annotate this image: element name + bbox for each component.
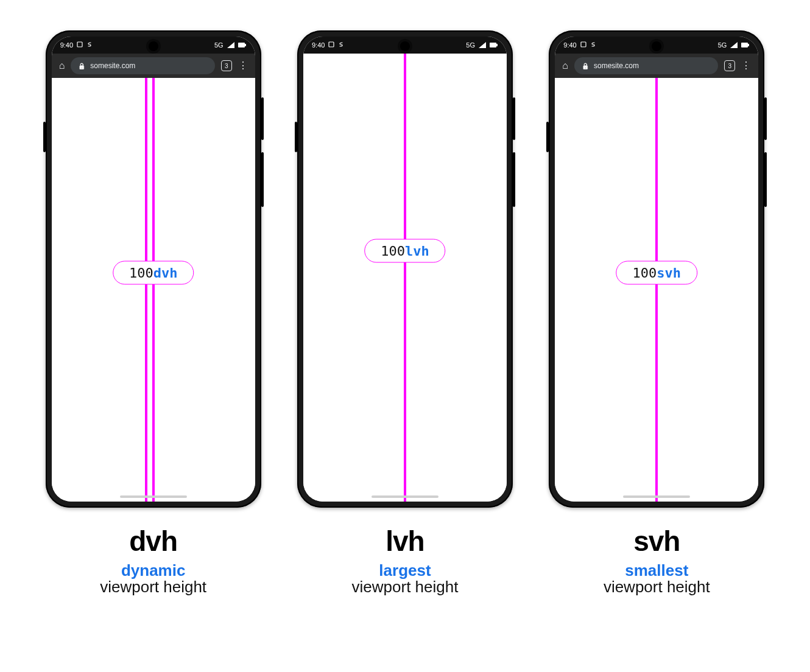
tab-switcher[interactable]: 3 xyxy=(724,60,735,71)
lock-icon xyxy=(78,61,85,70)
pill-unit: dvh xyxy=(153,265,178,281)
status-network: 5G xyxy=(214,41,224,49)
url-text: somesite.com xyxy=(90,61,135,70)
caption: lvhlargestviewport height xyxy=(352,525,459,597)
pill-number: 100 xyxy=(381,243,405,258)
caption: svhsmallestviewport height xyxy=(604,525,710,597)
pill-unit: lvh xyxy=(405,243,429,258)
gesture-bar xyxy=(623,495,690,498)
status-card-icon xyxy=(328,41,334,49)
url-field[interactable]: somesite.com xyxy=(574,57,718,74)
overflow-menu-icon[interactable]: ⋮ xyxy=(741,61,751,71)
viewport-example-dvh: 9:405Gsomesite.com3⋮100dvhdvhdynamicview… xyxy=(37,30,270,597)
browser-address-bar: somesite.com3⋮ xyxy=(555,54,758,78)
pill-number: 100 xyxy=(129,265,153,281)
battery-icon xyxy=(238,42,247,48)
page-content: 100svh xyxy=(555,78,758,502)
url-text: somesite.com xyxy=(594,61,639,70)
svg-rect-8 xyxy=(748,44,749,46)
url-field[interactable]: somesite.com xyxy=(71,57,214,74)
caption: dvhdynamicviewport height xyxy=(100,525,206,597)
signal-icon xyxy=(479,42,486,48)
phone-frame: 9:405Gsomesite.com3⋮100dvh xyxy=(46,30,261,508)
viewport-example-lvh: 9:405G100lvhlvhlargestviewport height xyxy=(288,30,521,597)
page-content: 100lvh xyxy=(303,54,507,502)
caption-unit: lvh xyxy=(352,525,459,558)
overflow-menu-icon[interactable]: ⋮ xyxy=(238,61,248,71)
caption-sub: viewport height xyxy=(100,578,206,597)
status-time: 9:40 xyxy=(60,41,73,49)
caption-sub: viewport height xyxy=(352,578,459,597)
home-icon[interactable] xyxy=(562,60,568,71)
status-network: 5G xyxy=(718,41,727,49)
svg-rect-5 xyxy=(496,44,498,46)
page-content: 100dvh xyxy=(52,78,255,502)
status-s-icon xyxy=(338,41,344,49)
camera-punch-hole xyxy=(400,41,410,51)
svg-rect-0 xyxy=(77,42,82,47)
signal-icon xyxy=(227,42,234,48)
tab-switcher[interactable]: 3 xyxy=(221,60,232,71)
phone-frame: 9:405Gsomesite.com3⋮100svh xyxy=(549,30,764,508)
svg-rect-3 xyxy=(329,42,334,47)
svg-rect-1 xyxy=(238,43,245,47)
phone-frame: 9:405G100lvh xyxy=(297,30,513,508)
phone-screen: 9:405G100lvh xyxy=(303,37,507,502)
height-value-pill: 100lvh xyxy=(364,239,446,262)
camera-punch-hole xyxy=(149,41,158,51)
pill-number: 100 xyxy=(633,265,657,281)
viewport-example-svh: 9:405Gsomesite.com3⋮100svhsvhsmallestvie… xyxy=(540,30,773,597)
home-icon[interactable] xyxy=(59,60,65,71)
height-indicator-line xyxy=(655,78,658,502)
phone-screen: 9:405Gsomesite.com3⋮100dvh xyxy=(52,37,255,502)
gesture-bar xyxy=(372,495,438,498)
caption-sub: viewport height xyxy=(604,578,710,597)
lock-icon xyxy=(582,61,589,70)
status-s-icon xyxy=(86,41,93,49)
phone-screen: 9:405Gsomesite.com3⋮100svh xyxy=(555,37,758,502)
status-time: 9:40 xyxy=(312,41,325,49)
gesture-bar xyxy=(120,495,187,498)
status-card-icon xyxy=(580,41,586,49)
caption-unit: dvh xyxy=(100,525,206,558)
caption-unit: svh xyxy=(604,525,710,558)
svg-rect-2 xyxy=(245,44,246,46)
height-indicator-line xyxy=(404,37,406,502)
pill-unit: svh xyxy=(657,265,681,281)
status-network: 5G xyxy=(466,41,475,49)
svg-rect-6 xyxy=(581,42,586,47)
svg-rect-7 xyxy=(741,43,748,47)
signal-icon xyxy=(730,42,738,48)
svg-rect-4 xyxy=(490,43,496,47)
status-s-icon xyxy=(590,41,596,49)
battery-icon xyxy=(490,42,498,48)
height-value-pill: 100svh xyxy=(616,261,698,285)
camera-punch-hole xyxy=(652,41,661,51)
status-time: 9:40 xyxy=(563,41,576,49)
height-value-pill: 100dvh xyxy=(113,261,194,285)
browser-address-bar: somesite.com3⋮ xyxy=(52,54,255,78)
battery-icon xyxy=(741,42,750,48)
status-card-icon xyxy=(77,41,83,49)
